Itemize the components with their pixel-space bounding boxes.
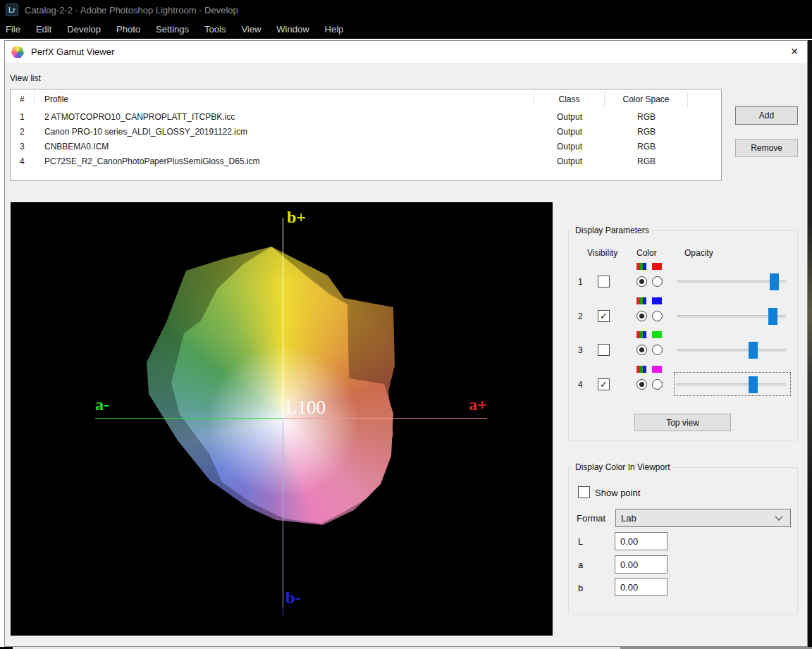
menu-tools[interactable]: Tools bbox=[197, 20, 233, 38]
color-mode-solid-radio-4[interactable] bbox=[652, 379, 663, 390]
col-header-class: Class bbox=[534, 92, 605, 107]
color-mode-solid-radio-3[interactable] bbox=[652, 345, 663, 355]
luminance-center-label: L100 bbox=[285, 397, 326, 419]
menu-edit[interactable]: Edit bbox=[28, 20, 59, 38]
table-header: # Profile Class Color Space bbox=[11, 89, 721, 109]
visibility-checkbox-4[interactable]: ✓ bbox=[598, 378, 610, 390]
menu-develop[interactable]: Develop bbox=[59, 20, 109, 38]
param-row-number: 3 bbox=[578, 345, 583, 355]
top-view-button[interactable]: Top view bbox=[634, 414, 731, 431]
color-column-header: Color bbox=[636, 248, 657, 258]
col-header-num: # bbox=[11, 92, 35, 107]
slider-thumb[interactable] bbox=[768, 308, 777, 325]
col-header-profile: Profile bbox=[35, 92, 534, 107]
menu-window[interactable]: Window bbox=[269, 20, 316, 38]
col-header-colorspace: Color Space bbox=[605, 92, 688, 107]
table-row[interactable]: 3 CNBBEMA0.ICM Output RGB bbox=[11, 139, 721, 154]
a-value-field[interactable] bbox=[615, 555, 668, 574]
window-title: Catalog-2-2 - Adobe Photoshop Lightroom … bbox=[25, 5, 238, 16]
table-row[interactable]: 4 PC72SE_R2_CanonPhotoPaperPlusSemiGloss… bbox=[11, 154, 721, 168]
visibility-checkbox-3[interactable] bbox=[598, 344, 610, 356]
table-row[interactable]: 2 Canon PRO-10 series_ALDI_GLOSSY_201911… bbox=[11, 124, 721, 139]
slider-track bbox=[677, 383, 786, 386]
menu-view[interactable]: View bbox=[233, 20, 269, 38]
visibility-checkbox-2[interactable]: ✓ bbox=[598, 310, 610, 322]
format-value: Lab bbox=[616, 513, 776, 524]
axis-label-a-minus: a- bbox=[95, 395, 109, 414]
show-point-checkbox[interactable] bbox=[578, 486, 590, 498]
menu-help[interactable]: Help bbox=[317, 20, 352, 38]
param-row-number: 2 bbox=[578, 311, 583, 321]
menu-file[interactable]: File bbox=[0, 20, 28, 38]
slider-thumb[interactable] bbox=[749, 342, 758, 359]
menu-bar: File Edit Develop Photo Settings Tools V… bbox=[0, 20, 812, 39]
dialog-title: PerfX Gamut Viewer bbox=[31, 47, 114, 57]
axis-label-b-minus: b- bbox=[285, 588, 300, 607]
rgb-swatch-icon bbox=[636, 263, 646, 270]
b-axis-negative-tail bbox=[283, 607, 283, 617]
field-label-b: b bbox=[578, 583, 583, 593]
table-row[interactable]: 1 2 ATMOTCOPRO10_CANPROPLATT_ITCPBK.icc … bbox=[11, 109, 721, 124]
field-label-L: L bbox=[578, 536, 583, 547]
axis-label-b-plus: b+ bbox=[287, 208, 306, 227]
b-value-field[interactable] bbox=[615, 578, 668, 596]
color-mode-solid-radio-1[interactable] bbox=[652, 276, 663, 287]
color-mode-true-radio-4[interactable] bbox=[636, 379, 647, 390]
color-mode-true-radio-2[interactable] bbox=[636, 311, 647, 321]
visibility-checkbox-1[interactable] bbox=[598, 276, 610, 288]
param-row-number: 4 bbox=[578, 380, 583, 390]
opacity-slider-3[interactable] bbox=[677, 341, 786, 359]
b-axis-positive-line bbox=[283, 218, 283, 418]
window-titlebar: Lr Catalog-2-2 - Adobe Photoshop Lightro… bbox=[0, 0, 812, 20]
color-mode-true-radio-1[interactable] bbox=[636, 276, 647, 287]
slider-thumb[interactable] bbox=[749, 376, 758, 393]
remove-button[interactable]: Remove bbox=[735, 139, 798, 157]
menu-settings[interactable]: Settings bbox=[148, 20, 197, 38]
opacity-slider-2[interactable] bbox=[677, 307, 786, 326]
lightroom-app-icon: Lr bbox=[6, 4, 18, 16]
opacity-column-header: Opacity bbox=[684, 248, 713, 258]
visibility-column-header: Visibility bbox=[587, 248, 617, 258]
display-color-title: Display Color In Viewport bbox=[572, 462, 673, 472]
rgb-swatch-icon bbox=[636, 366, 646, 373]
show-point-label: Show point bbox=[595, 488, 640, 498]
close-icon[interactable]: ✕ bbox=[785, 43, 804, 60]
opacity-slider-1[interactable] bbox=[677, 273, 786, 291]
slider-track bbox=[677, 349, 786, 352]
background-app-strip bbox=[808, 40, 812, 649]
gamut-solid-front bbox=[11, 202, 553, 636]
add-button[interactable]: Add bbox=[735, 106, 798, 125]
opacity-slider-4[interactable] bbox=[677, 376, 786, 394]
gamut-viewport[interactable]: b+ a- a+ b- L100 bbox=[11, 202, 553, 636]
perfx-gamut-icon bbox=[11, 46, 24, 58]
format-dropdown[interactable]: Lab bbox=[615, 509, 791, 527]
display-parameters-group bbox=[568, 230, 798, 440]
b-axis-negative-line bbox=[283, 418, 283, 607]
solid-swatch-icon bbox=[652, 331, 662, 338]
axis-label-a-plus: a+ bbox=[469, 395, 487, 414]
view-list-table[interactable]: # Profile Class Color Space 1 2 ATMOTCOP… bbox=[10, 89, 722, 181]
solid-swatch-icon bbox=[652, 297, 662, 304]
color-mode-true-radio-3[interactable] bbox=[636, 345, 647, 355]
format-label: Format bbox=[577, 513, 605, 524]
a-axis-negative-line bbox=[95, 418, 283, 419]
display-parameters-title: Display Parameters bbox=[572, 225, 652, 235]
dialog-titlebar[interactable]: PerfX Gamut Viewer bbox=[4, 40, 808, 63]
rgb-swatch-icon bbox=[636, 331, 646, 338]
slider-thumb[interactable] bbox=[770, 273, 779, 290]
menu-photo[interactable]: Photo bbox=[109, 20, 148, 38]
field-label-a: a bbox=[578, 560, 583, 570]
param-row-number: 1 bbox=[578, 277, 583, 287]
color-mode-solid-radio-2[interactable] bbox=[652, 311, 663, 321]
solid-swatch-icon bbox=[652, 366, 662, 373]
view-list-label: View list bbox=[10, 73, 41, 83]
rgb-swatch-icon bbox=[636, 297, 646, 304]
chevron-down-icon bbox=[775, 512, 782, 520]
solid-swatch-icon bbox=[652, 263, 662, 270]
L-value-field[interactable] bbox=[615, 532, 668, 550]
